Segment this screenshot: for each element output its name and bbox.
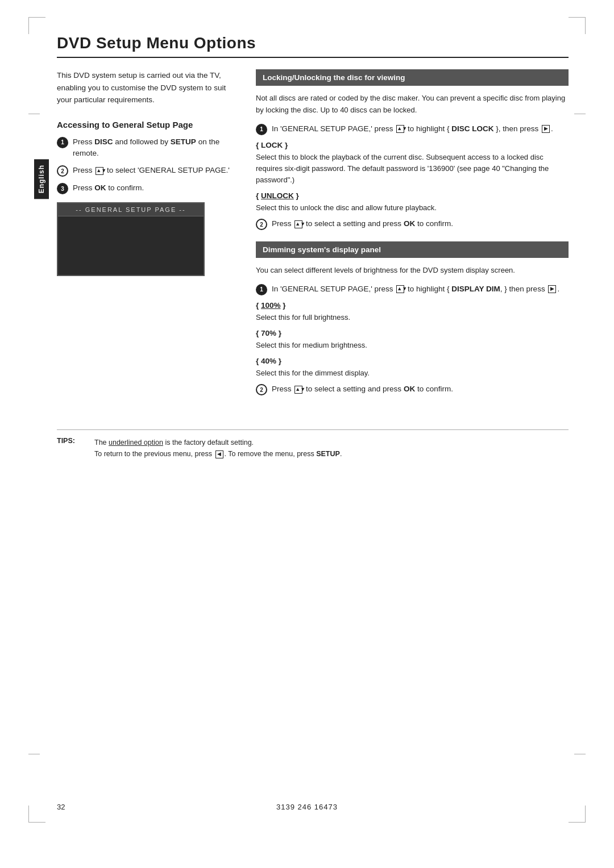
- dimming-step-2: 2 Press ▲▼ to select a setting and press…: [256, 383, 569, 395]
- section-heading-accessing: Accessing to General Setup Page: [57, 120, 233, 130]
- tips-label: TIPS:: [57, 437, 85, 460]
- option-lock-label: { LOCK }: [256, 141, 569, 149]
- step-number-2: 2: [57, 165, 68, 177]
- section-box-dimming: Dimming system's display panel: [256, 241, 569, 258]
- locking-step-number-2: 2: [256, 219, 267, 230]
- corner-mark-br: [569, 806, 586, 823]
- dimming-intro: You can select different levels of brigh…: [256, 265, 569, 277]
- screen-title-bar: -- GENERAL SETUP PAGE --: [58, 203, 204, 216]
- step-number-3: 3: [57, 183, 68, 194]
- option-lock-desc: Select this to block the playback of the…: [256, 152, 569, 186]
- step-number-1: 1: [57, 137, 68, 148]
- corner-mark-bl: [28, 806, 45, 823]
- locking-step-number-1: 1: [256, 124, 267, 135]
- step-1: 1 Press DISC and followed by SETUP on th…: [57, 136, 233, 160]
- intro-text: This DVD system setup is carried out via…: [57, 69, 233, 106]
- locking-intro: Not all discs are rated or coded by the …: [256, 93, 569, 116]
- option-70-label: { 70% }: [256, 329, 569, 337]
- option-unlock-label: { UNLOCK }: [256, 191, 569, 200]
- locking-step-2: 2 Press ▲▼ to select a setting and press…: [256, 218, 569, 230]
- side-mark-left-bottom: [28, 754, 40, 754]
- page-number: 32: [57, 803, 65, 811]
- locking-step-1: 1 In 'GENERAL SETUP PAGE,' press ▲▼ to h…: [256, 123, 569, 135]
- dimming-step-number-1: 1: [256, 284, 267, 295]
- language-tab: English: [34, 159, 49, 199]
- two-column-layout: This DVD system setup is carried out via…: [57, 69, 569, 401]
- dimming-step-1-text: In 'GENERAL SETUP PAGE,' press ▲▼ to hig…: [272, 283, 569, 295]
- step-2-text: Press ▲▼ to select 'GENERAL SETUP PAGE.': [73, 165, 233, 176]
- dimming-step-1: 1 In 'GENERAL SETUP PAGE,' press ▲▼ to h…: [256, 283, 569, 295]
- section-box-locking: Locking/Unlocking the disc for viewing: [256, 69, 569, 86]
- option-40-desc: Select this for the dimmest display.: [256, 368, 569, 379]
- side-mark-right-bottom: [574, 754, 586, 754]
- step-3-text: Press OK to confirm.: [73, 182, 233, 194]
- product-code: 3139 246 16473: [276, 803, 338, 811]
- dimming-step-number-2: 2: [256, 384, 267, 395]
- step-2: 2 Press ▲▼ to select 'GENERAL SETUP PAGE…: [57, 165, 233, 177]
- option-unlock-desc: Select this to unlock the disc and allow…: [256, 202, 569, 214]
- side-mark-left-top: [28, 114, 40, 114]
- dimming-step-2-text: Press ▲▼ to select a setting and press O…: [272, 383, 569, 395]
- page-title: DVD Setup Menu Options: [57, 34, 569, 58]
- side-mark-right-top: [574, 114, 586, 114]
- corner-mark-tl: [28, 17, 45, 34]
- step-1-text: Press DISC and followed by SETUP on the …: [73, 136, 233, 160]
- corner-mark-tr: [569, 17, 586, 34]
- tips-line-1: The underlined option is the factory def…: [94, 437, 342, 448]
- step-3: 3 Press OK to confirm.: [57, 182, 233, 194]
- screen-mockup: -- GENERAL SETUP PAGE --: [57, 202, 205, 276]
- option-40-label: { 40% }: [256, 357, 569, 365]
- option-100-desc: Select this for full brightness.: [256, 312, 569, 323]
- tips-line-2: To return to the previous menu, press ◀.…: [94, 448, 342, 460]
- locking-step-1-text: In 'GENERAL SETUP PAGE,' press ▲▼ to hig…: [272, 123, 569, 135]
- right-column: Locking/Unlocking the disc for viewing N…: [256, 69, 569, 401]
- option-100-label: { 100% }: [256, 301, 569, 310]
- left-column: This DVD system setup is carried out via…: [57, 69, 233, 401]
- locking-step-2-text: Press ▲▼ to select a setting and press O…: [272, 218, 569, 229]
- option-70-desc: Select this for medium brightness.: [256, 340, 569, 351]
- tips-section: TIPS: The underlined option is the facto…: [57, 429, 569, 460]
- tips-content: The underlined option is the factory def…: [94, 437, 342, 460]
- page-container: English DVD Setup Menu Options This DVD …: [0, 0, 614, 868]
